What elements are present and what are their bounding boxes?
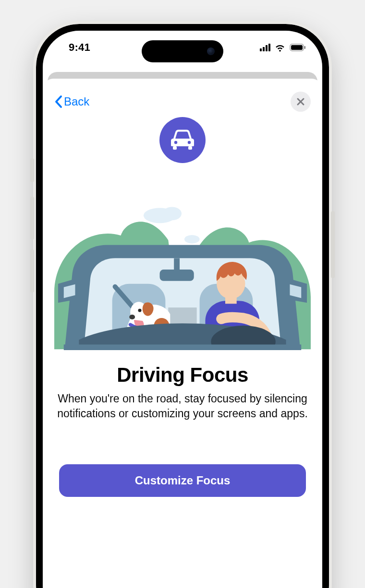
page-title: Driving Focus [57, 364, 308, 387]
svg-rect-2 [304, 46, 306, 49]
focus-setup-sheet: Back [43, 79, 322, 588]
battery-icon [290, 44, 306, 51]
cta-container: Customize Focus [54, 464, 311, 497]
svg-point-8 [188, 141, 191, 144]
volume-down-button [30, 249, 34, 293]
front-camera [207, 47, 215, 55]
close-icon [296, 97, 305, 106]
wifi-icon [274, 43, 286, 52]
screen: 9:41 [43, 31, 322, 588]
side-button [30, 158, 34, 182]
status-icons [260, 43, 306, 52]
dynamic-island [142, 40, 223, 62]
svg-point-7 [174, 141, 177, 144]
stage: 9:41 [0, 0, 365, 588]
svg-point-20 [129, 315, 135, 319]
svg-point-11 [184, 235, 200, 244]
cellular-icon [260, 44, 270, 51]
volume-up-button [30, 197, 34, 240]
customize-focus-button[interactable]: Customize Focus [59, 464, 306, 497]
back-label: Back [64, 95, 89, 108]
svg-rect-1 [291, 45, 303, 50]
back-button[interactable]: Back [54, 95, 89, 108]
text-block: Driving Focus When you're on the road, s… [54, 364, 311, 421]
driving-illustration [54, 197, 311, 350]
page-description: When you're on the road, stay focused by… [57, 391, 308, 421]
sheet-header: Back [54, 90, 311, 113]
car-icon [169, 129, 196, 152]
close-button[interactable] [291, 92, 311, 112]
focus-category-icon [159, 117, 206, 163]
svg-rect-12 [174, 258, 180, 271]
svg-rect-6 [188, 146, 192, 150]
svg-point-21 [138, 309, 142, 312]
svg-point-10 [162, 207, 182, 221]
cta-label: Customize Focus [135, 474, 231, 487]
phone-frame: 9:41 [36, 24, 329, 588]
svg-rect-13 [160, 270, 194, 281]
chevron-left-icon [54, 95, 63, 108]
svg-rect-5 [173, 146, 177, 150]
svg-rect-26 [64, 344, 301, 350]
power-button [331, 211, 335, 278]
